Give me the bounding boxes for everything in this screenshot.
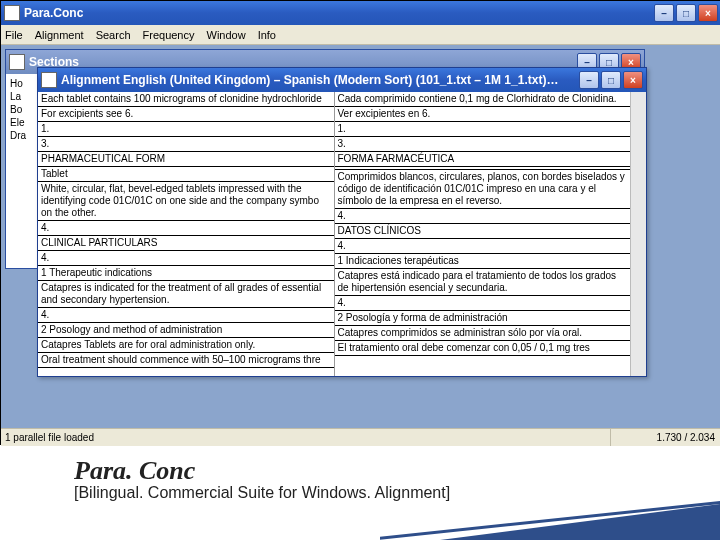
alignment-segment[interactable]: CLINICAL PARTICULARS: [38, 236, 334, 251]
app-icon: [9, 54, 25, 70]
menu-file[interactable]: File: [5, 29, 23, 41]
menu-alignment[interactable]: Alignment: [35, 29, 84, 41]
alignment-segment[interactable]: 3.: [335, 137, 631, 152]
alignment-segment[interactable]: 4.: [38, 251, 334, 266]
alignment-right-column[interactable]: Cada comprimido contiene 0,1 mg de Clorh…: [334, 92, 631, 376]
close-button[interactable]: ×: [698, 4, 718, 22]
main-window: Para.Conc – □ × File Alignment Search Fr…: [1, 1, 720, 446]
alignment-segment[interactable]: PHARMACEUTICAL FORM: [38, 152, 334, 167]
alignment-segment[interactable]: 4.: [335, 296, 631, 311]
main-titlebar[interactable]: Para.Conc – □ ×: [1, 1, 720, 25]
close-button[interactable]: ×: [623, 71, 643, 89]
alignment-segment[interactable]: 4.: [335, 239, 631, 254]
alignment-segment[interactable]: El tratamiento oral debe comenzar con 0,…: [335, 341, 631, 356]
alignment-titlebar[interactable]: Alignment English (United Kingdom) – Spa…: [38, 68, 646, 92]
alignment-segment[interactable]: 1 Therapeutic indications: [38, 266, 334, 281]
alignment-segment[interactable]: 1.: [335, 122, 631, 137]
alignment-segment[interactable]: 1 Indicaciones terapéuticas: [335, 254, 631, 269]
alignment-segment[interactable]: DATOS CLÍNICOS: [335, 224, 631, 239]
maximize-button[interactable]: □: [676, 4, 696, 22]
menu-frequency[interactable]: Frequency: [143, 29, 195, 41]
alignment-segment[interactable]: Comprimidos blancos, circulares, planos,…: [335, 170, 631, 209]
alignment-segment[interactable]: Catapres comprimidos se administran sólo…: [335, 326, 631, 341]
alignment-segment[interactable]: FORMA FARMACÉUTICA: [335, 152, 631, 167]
alignment-segment[interactable]: Each tablet contains 100 micrograms of c…: [38, 92, 334, 107]
menu-info[interactable]: Info: [258, 29, 276, 41]
alignment-segment[interactable]: 3.: [38, 137, 334, 152]
menu-search[interactable]: Search: [96, 29, 131, 41]
alignment-segment[interactable]: Catapres está indicado para el tratamien…: [335, 269, 631, 296]
alignment-segment[interactable]: Cada comprimido contiene 0,1 mg de Clorh…: [335, 92, 631, 107]
desktop: Para.Conc – □ × File Alignment Search Fr…: [0, 0, 720, 445]
caption-area: Para. Conc [Bilingual. Commercial Suite …: [0, 450, 720, 502]
decor-wedge: [440, 504, 720, 540]
alignment-segment[interactable]: Catapres is indicated for the treatment …: [38, 281, 334, 308]
status-left: 1 parallel file loaded: [1, 429, 611, 446]
alignment-title: Alignment English (United Kingdom) – Spa…: [61, 73, 579, 87]
alignment-segment[interactable]: White, circular, flat, bevel-edged table…: [38, 182, 334, 221]
alignment-segment[interactable]: 2 Posology and method of administration: [38, 323, 334, 338]
alignment-window: Alignment English (United Kingdom) – Spa…: [37, 67, 647, 377]
caption-subtitle: [Bilingual. Commercial Suite for Windows…: [74, 484, 720, 502]
alignment-segment[interactable]: Tablet: [38, 167, 334, 182]
app-icon: [4, 5, 20, 21]
minimize-button[interactable]: –: [579, 71, 599, 89]
alignment-segment[interactable]: 4.: [38, 221, 334, 236]
alignment-left-column[interactable]: Each tablet contains 100 micrograms of c…: [38, 92, 334, 376]
minimize-button[interactable]: –: [654, 4, 674, 22]
main-title: Para.Conc: [24, 6, 654, 20]
alignment-segment[interactable]: Ver excipientes en 6.: [335, 107, 631, 122]
maximize-button[interactable]: □: [601, 71, 621, 89]
alignment-segment[interactable]: 4.: [335, 209, 631, 224]
statusbar: 1 parallel file loaded 1.730 / 2.034: [1, 428, 720, 446]
scrollbar[interactable]: [630, 92, 646, 376]
alignment-segment[interactable]: Catapres Tablets are for oral administra…: [38, 338, 334, 353]
alignment-body: Each tablet contains 100 micrograms of c…: [38, 92, 646, 376]
alignment-segment[interactable]: 1.: [38, 122, 334, 137]
app-icon: [41, 72, 57, 88]
menu-window[interactable]: Window: [207, 29, 246, 41]
alignment-segment[interactable]: 2 Posología y forma de administración: [335, 311, 631, 326]
alignment-segment[interactable]: Oral treatment should commence with 50–1…: [38, 353, 334, 368]
alignment-segment[interactable]: For excipients see 6.: [38, 107, 334, 122]
status-right: 1.730 / 2.034: [611, 429, 720, 446]
alignment-segment[interactable]: 4.: [38, 308, 334, 323]
caption-title: Para. Conc: [74, 456, 720, 486]
menubar: File Alignment Search Frequency Window I…: [1, 25, 720, 45]
